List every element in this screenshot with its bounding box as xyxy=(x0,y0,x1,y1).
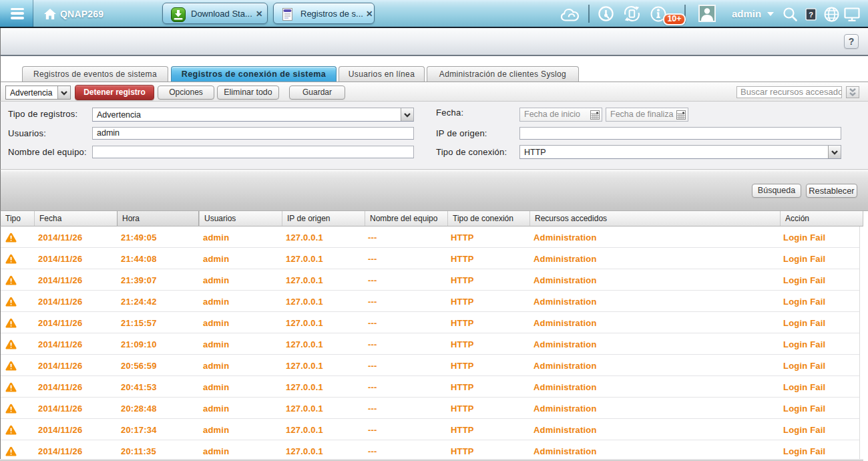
svg-text:?: ? xyxy=(809,11,813,19)
